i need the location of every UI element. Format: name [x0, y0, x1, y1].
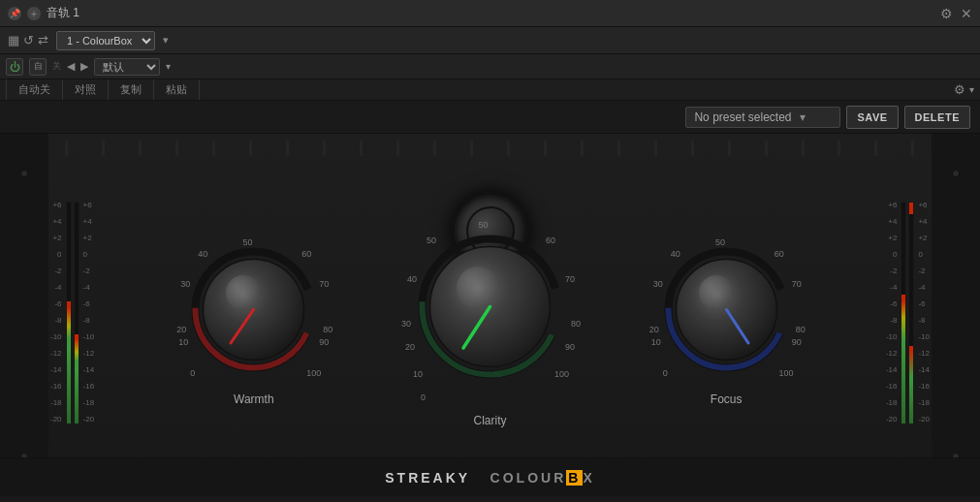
right-bolts	[952, 170, 960, 459]
grill-slot	[175, 141, 178, 156]
input-meter-right-fill	[75, 334, 79, 423]
output-vu-section: +6 +4 +2 0 -2 -4 -6 -8 -10 -12 -14 -16 -…	[884, 173, 932, 453]
swap-icon: ⇄	[38, 33, 48, 47]
focus-knob-wrap[interactable]: 20 30 40 50 60 70 80 10 90 0 100	[651, 235, 802, 385]
title-bar-right: ⚙ ✕	[940, 6, 972, 21]
save-button[interactable]: SAVE	[846, 106, 898, 129]
input-meter-left-fill	[67, 301, 71, 423]
sub-tab-copy[interactable]: 复制	[109, 79, 154, 100]
grill-slot	[617, 141, 620, 156]
output-meter-right	[908, 202, 914, 424]
brand-product: COLOUR	[490, 470, 567, 486]
sub-gear-icon[interactable]: ⚙	[954, 82, 965, 97]
warmth-knob-wrap[interactable]: 20 30 40 50 60 70 80 10 90 0 100	[178, 235, 329, 385]
grill-slot	[728, 141, 731, 156]
grill-slot	[838, 141, 840, 156]
settings-icon[interactable]: ⚙	[940, 6, 953, 21]
brand-name: STREAKY	[385, 470, 470, 486]
grill-slot	[691, 141, 694, 156]
output-meter-left	[901, 202, 906, 424]
power-button[interactable]: ⏻	[6, 58, 23, 76]
grill-slot	[544, 141, 547, 156]
plugin-body: +6 +4 +2 0 -2 -4 -6 -8 -10 -12 -14 -16 -…	[0, 134, 980, 496]
title-bar: 📌 + 音轨 1 ⚙ ✕	[0, 0, 980, 27]
brand-box-icon: B	[566, 470, 583, 486]
clarity-label: Clarity	[473, 414, 506, 427]
input-meter-left	[66, 202, 72, 424]
input-meter-right	[74, 202, 79, 424]
dropdown-arrow-icon: ▾	[166, 61, 171, 72]
grill-slot	[249, 141, 252, 156]
output-meter-left-fill	[901, 295, 905, 423]
arrow-right-button[interactable]: ▶	[80, 60, 88, 73]
window-title: 音轨 1	[47, 5, 79, 21]
title-bar-left: 📌 + 音轨 1	[8, 5, 940, 21]
track-arrow-down[interactable]: ▾	[163, 34, 169, 47]
right-side-panel	[932, 134, 980, 496]
bolt-tl	[20, 170, 28, 177]
left-bolts	[20, 170, 28, 459]
grill-slot	[360, 141, 363, 156]
output-scale-left: +6 +4 +2 0 -2 -4 -6 -8 -10 -12 -14 -16 -…	[884, 202, 900, 424]
grill-slot	[507, 141, 510, 156]
svg-point-16	[699, 275, 734, 310]
knobs-area: 20 30 40 50 60 70 80 10 90 0 100	[141, 182, 839, 457]
track-icons: ▦ ↺ ⇄	[8, 33, 48, 47]
clip-indicator	[909, 203, 913, 214]
cycle-icon: ↺	[23, 33, 34, 47]
close-icon[interactable]: ✕	[961, 6, 972, 21]
grill-slot	[470, 141, 473, 156]
sub-tab-autooff[interactable]: 自动关	[6, 79, 63, 100]
sub-arrow-icon[interactable]: ▾	[969, 84, 974, 95]
brand-text: STREAKY COLOURBX	[385, 470, 594, 486]
clarity-knob-section: 30 40 50 50 60 70 80 20 90 10 100 0	[405, 212, 575, 427]
grill-slot	[911, 141, 914, 156]
default-select[interactable]: 默认	[94, 58, 160, 76]
grill-slot	[433, 141, 436, 156]
plugin-area: No preset selected ▾ SAVE DELETE	[0, 101, 980, 496]
add-tab-button[interactable]: +	[27, 7, 41, 20]
sub-bar-right: ⚙ ▾	[954, 82, 974, 97]
grill-slot	[765, 141, 768, 156]
grill-slot	[286, 141, 289, 156]
svg-point-4	[226, 275, 261, 310]
focus-knob-section: 20 30 40 50 60 70 80 10 90 0 100	[651, 235, 802, 406]
delete-button[interactable]: DELETE	[904, 106, 970, 129]
grill-slot	[102, 141, 105, 156]
input-scale-left: +6 +4 +2 0 -2 -4 -6 -8 -10 -12 -14 -16 -…	[48, 202, 64, 424]
sub-bar: 自动关 对照 复制 粘贴 ⚙ ▾	[0, 79, 980, 101]
focus-label: Focus	[711, 392, 743, 406]
grill-slot	[65, 141, 68, 156]
clarity-knob-svg[interactable]	[405, 222, 575, 392]
warmth-knob-section: 20 30 40 50 60 70 80 10 90 0 100	[178, 235, 329, 406]
output-scale-right: +6 +4 +2 0 -2 -4 -6 -8 -10 -12 -14 -16 -…	[916, 202, 932, 424]
output-meter-right-fill	[909, 346, 913, 424]
grill-slot	[654, 141, 657, 156]
brand-end: X	[583, 470, 594, 486]
arrow-left-button[interactable]: ◀	[67, 60, 75, 73]
preset-display: No preset selected ▾	[685, 107, 840, 128]
clarity-knob-wrap[interactable]: 30 40 50 50 60 70 80 20 90 10 100 0	[405, 212, 575, 406]
sub-tab-paste[interactable]: 粘贴	[154, 79, 200, 100]
track-select[interactable]: 1 - ColourBox	[56, 31, 155, 50]
grid-icon: ▦	[8, 33, 19, 47]
input-scale-right: +6 +4 +2 0 -2 -4 -6 -8 -10 -12 -14 -16 -…	[81, 202, 97, 424]
left-side-panel	[0, 134, 48, 496]
auto-off-label: 关	[52, 60, 61, 73]
grill-slot	[323, 141, 326, 156]
grill-slot	[802, 141, 805, 156]
auto-button[interactable]: 自	[29, 58, 47, 76]
pin-button[interactable]: 📌	[8, 7, 21, 20]
control-bar: ⏻ 自 关 ◀ ▶ 默认 ▾	[0, 54, 980, 79]
preset-text: No preset selected	[694, 110, 791, 124]
preset-dropdown-arrow[interactable]: ▾	[800, 110, 806, 124]
preset-bar: No preset selected ▾ SAVE DELETE	[0, 101, 980, 134]
warmth-label: Warmth	[234, 392, 274, 406]
grill-slot	[139, 141, 142, 156]
grill-slot	[874, 141, 877, 156]
grill-slot	[581, 141, 584, 156]
svg-point-10	[457, 267, 499, 309]
grill-slot	[396, 141, 399, 156]
sub-tab-compare[interactable]: 对照	[63, 79, 109, 100]
brand-bar: STREAKY COLOURBX	[0, 457, 980, 496]
